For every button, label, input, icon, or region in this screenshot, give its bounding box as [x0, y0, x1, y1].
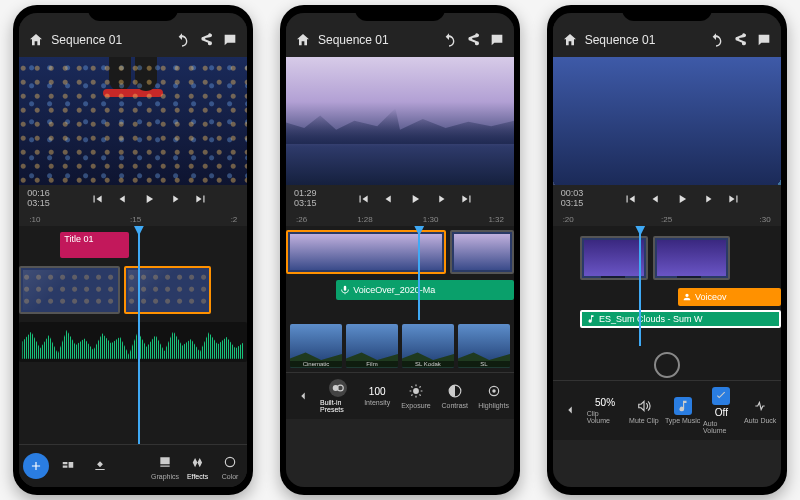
comment-icon[interactable] [488, 31, 506, 49]
type-music-button[interactable]: Type Music [664, 385, 701, 436]
skip-end-icon[interactable] [458, 190, 476, 208]
frame-back-icon[interactable] [380, 190, 398, 208]
svg-point-6 [492, 390, 496, 394]
title-clip[interactable]: Title 01 [60, 232, 128, 258]
timeline[interactable]: Title 01 [19, 226, 247, 444]
mute-clip-button[interactable]: Mute Clip [625, 385, 662, 436]
preview-viewport[interactable] [553, 57, 781, 185]
clip-volume-control[interactable]: 50%Clip Volume [587, 385, 624, 436]
preset-sl[interactable]: SL [458, 324, 510, 368]
auto-duck-button[interactable]: Auto Duck [742, 385, 779, 436]
frame-fwd-icon[interactable] [166, 190, 184, 208]
play-icon[interactable] [406, 190, 424, 208]
comment-icon[interactable] [221, 31, 239, 49]
bottom-toolbar: Graphics Effects Color [19, 444, 247, 487]
color-controls: Built-in Presets 100Intensity Exposure C… [286, 372, 514, 419]
preview-viewport[interactable] [19, 57, 247, 185]
audio-controls: 50%Clip Volume Mute Clip Type Music OffA… [553, 380, 781, 440]
add-button[interactable] [21, 449, 51, 483]
share-icon[interactable] [731, 31, 749, 49]
preview-viewport[interactable] [286, 57, 514, 185]
time-ruler[interactable]: :20 :25 :30 [553, 213, 781, 226]
exposure-control[interactable]: Exposure [398, 377, 435, 415]
contrast-control[interactable]: Contrast [436, 377, 473, 415]
home-icon[interactable] [561, 31, 579, 49]
home-icon[interactable] [27, 31, 45, 49]
phone-mockup-1: Sequence 01 00:16 03:15 :10 :15 :2 [13, 5, 253, 495]
scrub-wheel[interactable] [553, 346, 781, 380]
graphics-tab[interactable]: Graphics [150, 449, 181, 483]
video-clip-1[interactable] [286, 230, 446, 274]
voiceover-clip[interactable]: Voiceov [678, 288, 781, 306]
skip-start-icon[interactable] [621, 190, 639, 208]
phone-mockup-2: Sequence 01 01:29 03:15 :26 1:28 1:30 1:… [280, 5, 520, 495]
timeline[interactable]: VoiceOver_2020-Ma [286, 226, 514, 320]
svg-point-0 [225, 457, 234, 466]
video-clip-2[interactable] [653, 236, 731, 280]
voiceover-clip[interactable]: VoiceOver_2020-Ma [336, 280, 514, 300]
app-topbar: Sequence 01 [286, 23, 514, 57]
transport-bar: 00:16 03:15 [19, 185, 247, 213]
video-clip-1[interactable] [580, 236, 648, 280]
music-clip[interactable]: ES_Sum Clouds - Sum W [580, 310, 781, 328]
sequence-title: Sequence 01 [585, 33, 701, 47]
timeline[interactable]: Voiceov ES_Sum Clouds - Sum W [553, 226, 781, 346]
skip-start-icon[interactable] [88, 190, 106, 208]
frame-fwd-icon[interactable] [432, 190, 450, 208]
app-topbar: Sequence 01 [553, 23, 781, 57]
preset-film[interactable]: Film [346, 324, 398, 368]
undo-icon[interactable] [173, 31, 191, 49]
back-icon[interactable] [288, 377, 318, 415]
preset-sl-kodak[interactable]: SL Kodak [402, 324, 454, 368]
home-icon[interactable] [294, 31, 312, 49]
transport-bar: 01:29 03:15 [286, 185, 514, 213]
video-clip-2[interactable] [450, 230, 514, 274]
timecode-total: 03:15 [561, 199, 584, 209]
effects-tab[interactable]: Effects [182, 449, 213, 483]
sequence-title: Sequence 01 [318, 33, 434, 47]
frame-back-icon[interactable] [114, 190, 132, 208]
timecode-total: 03:15 [27, 199, 50, 209]
timecode-total: 03:15 [294, 199, 317, 209]
share-icon[interactable] [197, 31, 215, 49]
frame-fwd-icon[interactable] [699, 190, 717, 208]
skip-end-icon[interactable] [725, 190, 743, 208]
audio-waveform-clip[interactable] [19, 322, 247, 362]
builtin-presets-button[interactable]: Built-in Presets [320, 377, 357, 415]
comment-icon[interactable] [755, 31, 773, 49]
skip-start-icon[interactable] [354, 190, 372, 208]
back-icon[interactable] [555, 385, 585, 436]
color-tab[interactable]: Color [215, 449, 246, 483]
transport-bar: 00:03 03:15 [553, 185, 781, 213]
skip-end-icon[interactable] [192, 190, 210, 208]
intensity-control[interactable]: 100Intensity [359, 377, 396, 415]
svg-point-3 [413, 388, 419, 394]
preset-cinematic[interactable]: Cinematic [290, 324, 342, 368]
time-ruler[interactable]: :26 1:28 1:30 1:32 [286, 213, 514, 226]
share-icon[interactable] [464, 31, 482, 49]
app-topbar: Sequence 01 [19, 23, 247, 57]
sequence-title: Sequence 01 [51, 33, 167, 47]
frame-back-icon[interactable] [647, 190, 665, 208]
edit-tool-icon[interactable] [85, 449, 115, 483]
phone-mockup-3: Sequence 01 00:03 03:15 :20 :25 :30 [547, 5, 787, 495]
auto-volume-checkbox[interactable]: OffAuto Volume [703, 385, 740, 436]
preset-thumbnails: Cinematic Film SL Kodak SL [286, 320, 514, 372]
play-icon[interactable] [673, 190, 691, 208]
undo-icon[interactable] [440, 31, 458, 49]
project-panel-icon[interactable] [53, 449, 83, 483]
highlights-control[interactable]: Highlights [475, 377, 512, 415]
undo-icon[interactable] [707, 31, 725, 49]
play-icon[interactable] [140, 190, 158, 208]
video-clip-1[interactable] [19, 266, 119, 314]
time-ruler[interactable]: :10 :15 :2 [19, 213, 247, 226]
